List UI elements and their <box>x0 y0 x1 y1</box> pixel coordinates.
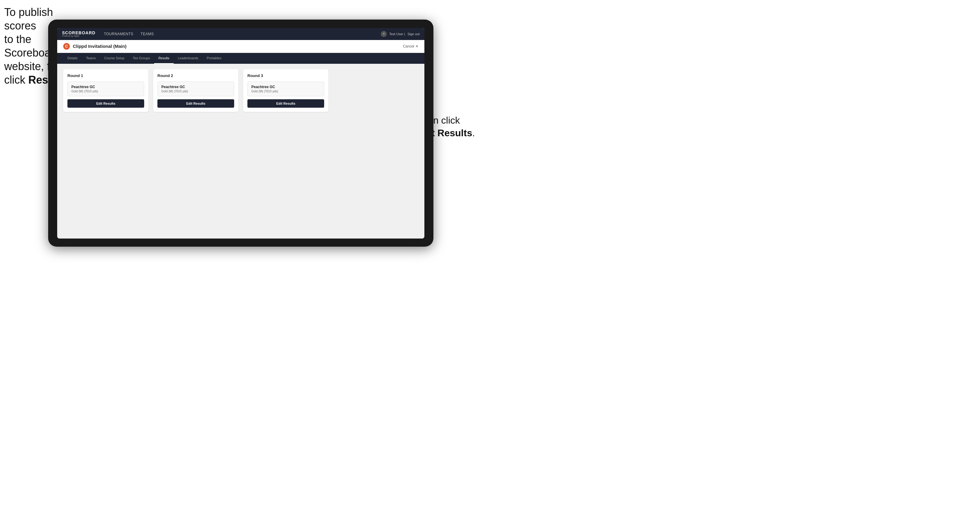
round-1-course-card: Peachtree GC Gold (M) (7010 yds) <box>67 81 144 96</box>
nav-links: TOURNAMENTS TEAMS <box>104 32 381 36</box>
logo-sub: Powered by clippd <box>62 35 95 37</box>
scoreboard-logo: SCOREBOARD Powered by clippd <box>62 31 95 37</box>
tab-leaderboards[interactable]: Leaderboards <box>173 53 202 64</box>
round-3-edit-results-button[interactable]: Edit Results <box>247 99 324 108</box>
round-2-card: Round 2 Peachtree GC Gold (M) (7010 yds)… <box>153 69 239 112</box>
tablet-frame: SCOREBOARD Powered by clippd TOURNAMENTS… <box>48 19 433 247</box>
round-2-course-name: Peachtree GC <box>161 85 230 89</box>
round-2-course-card: Peachtree GC Gold (M) (7010 yds) <box>158 81 234 96</box>
tablet-screen: SCOREBOARD Powered by clippd TOURNAMENTS… <box>57 28 425 238</box>
tab-details[interactable]: Details <box>63 53 82 64</box>
round-1-title: Round 1 <box>67 73 144 78</box>
nav-user: T Test User | Sign out <box>381 31 420 37</box>
round-3-card: Round 3 Peachtree GC Gold (M) (7010 yds)… <box>243 69 328 112</box>
round-3-course-card: Peachtree GC Gold (M) (7010 yds) <box>247 81 324 96</box>
tab-results[interactable]: Results <box>154 53 173 64</box>
round-2-title: Round 2 <box>158 73 234 78</box>
tournament-name: Clippd Invitational (Main) <box>73 44 126 49</box>
nav-tournaments[interactable]: TOURNAMENTS <box>104 32 133 36</box>
round-1-edit-results-button[interactable]: Edit Results <box>67 99 144 108</box>
round-3-title: Round 3 <box>247 73 324 78</box>
tab-teams[interactable]: Teams <box>82 53 100 64</box>
round-1-course-name: Peachtree GC <box>72 85 140 89</box>
top-nav: SCOREBOARD Powered by clippd TOURNAMENTS… <box>57 28 425 40</box>
user-avatar: T <box>381 31 387 37</box>
tab-course-setup[interactable]: Course Setup <box>100 53 129 64</box>
round-1-course-details: Gold (M) (7010 yds) <box>72 90 140 93</box>
round-3-course-name: Peachtree GC <box>251 85 320 89</box>
round-2-course-details: Gold (M) (7010 yds) <box>161 90 230 93</box>
rounds-grid: Round 1 Peachtree GC Gold (M) (7010 yds)… <box>63 69 418 112</box>
tab-printables[interactable]: Printables <box>202 53 226 64</box>
round-2-edit-results-button[interactable]: Edit Results <box>158 99 234 108</box>
round-1-card: Round 1 Peachtree GC Gold (M) (7010 yds)… <box>63 69 148 112</box>
tournament-title-row: C Clippd Invitational (Main) <box>63 43 126 50</box>
sign-out-link[interactable]: Sign out <box>407 32 420 36</box>
round-3-course-details: Gold (M) (7010 yds) <box>251 90 320 93</box>
empty-column <box>333 69 418 112</box>
tab-bar: Details Teams Course Setup Tee Groups Re… <box>57 53 425 64</box>
tournament-header: C Clippd Invitational (Main) Cancel ✕ <box>57 40 425 53</box>
cancel-button[interactable]: Cancel ✕ <box>403 44 418 48</box>
main-content: Round 1 Peachtree GC Gold (M) (7010 yds)… <box>57 64 425 238</box>
nav-teams[interactable]: TEAMS <box>140 32 154 36</box>
logo-main: SCOREBOARD <box>62 31 95 35</box>
clippd-logo: C <box>63 43 70 50</box>
tab-tee-groups[interactable]: Tee Groups <box>129 53 154 64</box>
